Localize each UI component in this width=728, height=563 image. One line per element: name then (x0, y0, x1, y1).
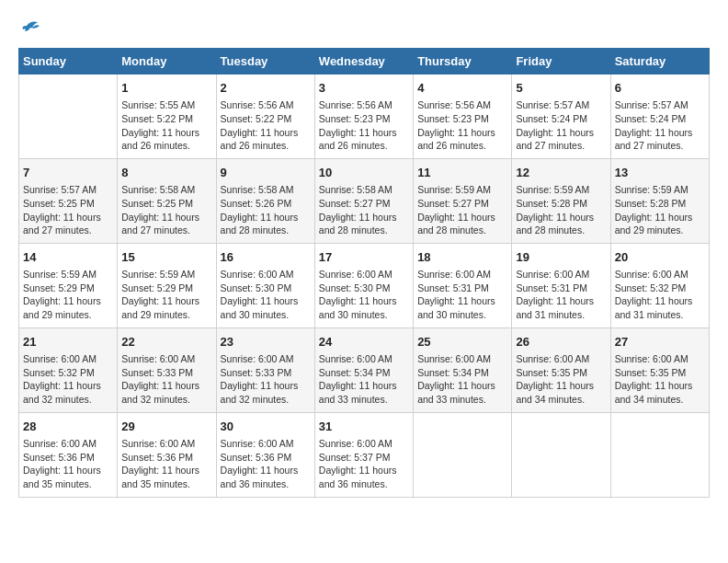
weekday-header-friday: Friday (512, 49, 610, 75)
day-number: 19 (516, 249, 606, 266)
day-number: 18 (417, 249, 507, 266)
calendar-cell: 8Sunrise: 5:58 AM Sunset: 5:25 PM Daylig… (118, 158, 216, 243)
day-number: 1 (121, 80, 211, 97)
calendar-cell: 11Sunrise: 5:59 AM Sunset: 5:27 PM Dayli… (414, 158, 512, 243)
day-number: 22 (121, 334, 211, 350)
day-info: Sunrise: 6:00 AM Sunset: 5:36 PM Dayligh… (221, 437, 311, 491)
day-info: Sunrise: 6:00 AM Sunset: 5:34 PM Dayligh… (417, 352, 507, 407)
day-info: Sunrise: 5:59 AM Sunset: 5:29 PM Dayligh… (121, 268, 211, 322)
calendar-cell: 17Sunrise: 6:00 AM Sunset: 5:30 PM Dayli… (314, 243, 413, 327)
calendar-cell: 19Sunrise: 6:00 AM Sunset: 5:31 PM Dayli… (512, 243, 610, 327)
day-info: Sunrise: 6:00 AM Sunset: 5:35 PM Dayligh… (516, 352, 606, 407)
weekday-header-sunday: Sunday (19, 49, 118, 75)
day-number: 30 (221, 419, 311, 435)
day-info: Sunrise: 5:57 AM Sunset: 5:24 PM Dayligh… (516, 98, 606, 153)
day-info: Sunrise: 5:58 AM Sunset: 5:25 PM Dayligh… (121, 183, 211, 237)
weekday-header-thursday: Thursday (414, 49, 512, 75)
calendar-cell: 10Sunrise: 5:58 AM Sunset: 5:27 PM Dayli… (314, 158, 413, 243)
day-info: Sunrise: 6:00 AM Sunset: 5:30 PM Dayligh… (221, 268, 311, 322)
calendar-cell: 29Sunrise: 6:00 AM Sunset: 5:36 PM Dayli… (118, 412, 216, 497)
day-info: Sunrise: 6:00 AM Sunset: 5:31 PM Dayligh… (417, 268, 507, 322)
logo-bird-icon (19, 18, 40, 33)
calendar-week-3: 14Sunrise: 5:59 AM Sunset: 5:29 PM Dayli… (19, 243, 710, 327)
day-info: Sunrise: 6:00 AM Sunset: 5:32 PM Dayligh… (615, 268, 705, 322)
calendar-cell (610, 412, 709, 497)
logo (18, 18, 40, 33)
calendar-cell: 18Sunrise: 6:00 AM Sunset: 5:31 PM Dayli… (414, 243, 512, 327)
calendar-cell: 4Sunrise: 5:56 AM Sunset: 5:23 PM Daylig… (414, 75, 512, 159)
calendar-week-1: 1Sunrise: 5:55 AM Sunset: 5:22 PM Daylig… (19, 75, 710, 159)
day-number: 28 (23, 419, 113, 435)
calendar-cell: 27Sunrise: 6:00 AM Sunset: 5:35 PM Dayli… (610, 327, 709, 412)
calendar-cell: 30Sunrise: 6:00 AM Sunset: 5:36 PM Dayli… (216, 412, 314, 497)
calendar-cell (512, 412, 610, 497)
calendar-cell: 1Sunrise: 5:55 AM Sunset: 5:22 PM Daylig… (118, 75, 216, 159)
day-info: Sunrise: 6:00 AM Sunset: 5:37 PM Dayligh… (319, 437, 409, 491)
calendar-cell: 15Sunrise: 5:59 AM Sunset: 5:29 PM Dayli… (118, 243, 216, 327)
day-number: 8 (121, 165, 211, 181)
calendar-cell: 28Sunrise: 6:00 AM Sunset: 5:36 PM Dayli… (19, 412, 118, 497)
calendar-cell: 6Sunrise: 5:57 AM Sunset: 5:24 PM Daylig… (610, 75, 709, 159)
day-info: Sunrise: 5:56 AM Sunset: 5:23 PM Dayligh… (417, 98, 507, 153)
calendar-cell: 14Sunrise: 5:59 AM Sunset: 5:29 PM Dayli… (19, 243, 118, 327)
calendar-cell: 12Sunrise: 5:59 AM Sunset: 5:28 PM Dayli… (512, 158, 610, 243)
day-number: 24 (319, 334, 409, 350)
day-number: 9 (221, 165, 311, 181)
calendar-cell: 3Sunrise: 5:56 AM Sunset: 5:23 PM Daylig… (314, 75, 413, 159)
weekday-header-saturday: Saturday (610, 49, 709, 75)
day-number: 7 (23, 165, 113, 181)
day-info: Sunrise: 6:00 AM Sunset: 5:36 PM Dayligh… (23, 437, 113, 491)
day-info: Sunrise: 5:58 AM Sunset: 5:27 PM Dayligh… (319, 183, 409, 237)
calendar-cell: 13Sunrise: 5:59 AM Sunset: 5:28 PM Dayli… (610, 158, 709, 243)
day-info: Sunrise: 6:00 AM Sunset: 5:33 PM Dayligh… (221, 352, 311, 407)
day-number: 13 (615, 165, 705, 181)
calendar-cell: 9Sunrise: 5:58 AM Sunset: 5:26 PM Daylig… (216, 158, 314, 243)
day-number: 23 (221, 334, 311, 350)
calendar-cell: 23Sunrise: 6:00 AM Sunset: 5:33 PM Dayli… (216, 327, 314, 412)
day-info: Sunrise: 5:59 AM Sunset: 5:29 PM Dayligh… (23, 268, 113, 322)
day-info: Sunrise: 5:59 AM Sunset: 5:27 PM Dayligh… (417, 183, 507, 237)
page-header (18, 18, 710, 33)
day-number: 3 (319, 80, 409, 97)
day-number: 27 (615, 334, 705, 350)
day-info: Sunrise: 6:00 AM Sunset: 5:31 PM Dayligh… (516, 268, 606, 322)
calendar-cell: 2Sunrise: 5:56 AM Sunset: 5:22 PM Daylig… (216, 75, 314, 159)
day-info: Sunrise: 5:57 AM Sunset: 5:24 PM Dayligh… (615, 98, 705, 153)
day-info: Sunrise: 6:00 AM Sunset: 5:35 PM Dayligh… (615, 352, 705, 407)
day-number: 26 (516, 334, 606, 350)
calendar-cell: 7Sunrise: 5:57 AM Sunset: 5:25 PM Daylig… (19, 158, 118, 243)
calendar-week-2: 7Sunrise: 5:57 AM Sunset: 5:25 PM Daylig… (19, 158, 710, 243)
calendar-cell: 31Sunrise: 6:00 AM Sunset: 5:37 PM Dayli… (314, 412, 413, 497)
day-number: 20 (615, 249, 705, 266)
day-number: 16 (221, 249, 311, 266)
weekday-header-tuesday: Tuesday (216, 49, 314, 75)
calendar-cell: 24Sunrise: 6:00 AM Sunset: 5:34 PM Dayli… (314, 327, 413, 412)
day-number: 12 (516, 165, 606, 181)
day-number: 5 (516, 80, 606, 97)
weekday-header-monday: Monday (118, 49, 216, 75)
day-info: Sunrise: 5:57 AM Sunset: 5:25 PM Dayligh… (23, 183, 113, 237)
day-info: Sunrise: 6:00 AM Sunset: 5:33 PM Dayligh… (121, 352, 211, 407)
calendar-cell (19, 75, 118, 159)
day-info: Sunrise: 5:58 AM Sunset: 5:26 PM Dayligh… (221, 183, 311, 237)
calendar-cell: 5Sunrise: 5:57 AM Sunset: 5:24 PM Daylig… (512, 75, 610, 159)
calendar-cell: 16Sunrise: 6:00 AM Sunset: 5:30 PM Dayli… (216, 243, 314, 327)
day-info: Sunrise: 6:00 AM Sunset: 5:30 PM Dayligh… (319, 268, 409, 322)
day-number: 29 (121, 419, 211, 435)
calendar-cell: 26Sunrise: 6:00 AM Sunset: 5:35 PM Dayli… (512, 327, 610, 412)
calendar-cell (414, 412, 512, 497)
day-info: Sunrise: 5:56 AM Sunset: 5:23 PM Dayligh… (319, 98, 409, 153)
day-number: 31 (319, 419, 409, 435)
day-number: 15 (121, 249, 211, 266)
day-number: 21 (23, 334, 113, 350)
day-number: 4 (417, 80, 507, 97)
day-info: Sunrise: 6:00 AM Sunset: 5:34 PM Dayligh… (319, 352, 409, 407)
calendar-table: SundayMondayTuesdayWednesdayThursdayFrid… (18, 48, 710, 498)
day-number: 10 (319, 165, 409, 181)
day-info: Sunrise: 5:55 AM Sunset: 5:22 PM Dayligh… (121, 98, 211, 153)
calendar-cell: 22Sunrise: 6:00 AM Sunset: 5:33 PM Dayli… (118, 327, 216, 412)
calendar-cell: 21Sunrise: 6:00 AM Sunset: 5:32 PM Dayli… (19, 327, 118, 412)
day-number: 11 (417, 165, 507, 181)
calendar-cell: 25Sunrise: 6:00 AM Sunset: 5:34 PM Dayli… (414, 327, 512, 412)
day-number: 14 (23, 249, 113, 266)
